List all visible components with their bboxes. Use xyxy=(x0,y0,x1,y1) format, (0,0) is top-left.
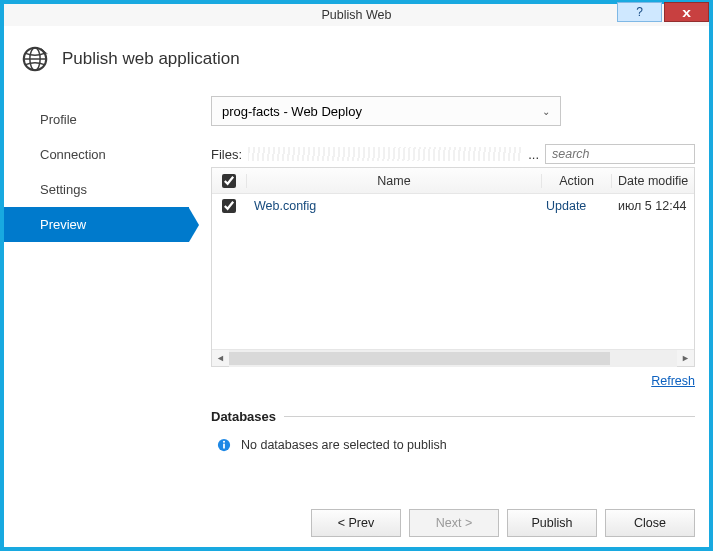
publish-profile-dropdown[interactable]: prog-facts - Web Deploy ⌄ xyxy=(211,96,561,126)
row-checkbox[interactable] xyxy=(222,199,236,213)
publish-profile-value: prog-facts - Web Deploy xyxy=(222,104,362,119)
scroll-track[interactable] xyxy=(229,350,677,367)
nav-item-connection[interactable]: Connection xyxy=(4,137,189,172)
scroll-left-icon[interactable]: ◄ xyxy=(212,350,229,367)
nav-item-profile[interactable]: Profile xyxy=(4,102,189,137)
column-header-name[interactable]: Name xyxy=(246,174,542,188)
svg-point-5 xyxy=(223,441,225,443)
close-window-button[interactable]: x xyxy=(664,2,709,22)
scroll-thumb[interactable] xyxy=(229,352,610,365)
column-header-action[interactable]: Action xyxy=(542,174,612,188)
info-icon xyxy=(217,438,231,452)
databases-section-header: Databases xyxy=(211,409,695,424)
horizontal-scrollbar[interactable]: ◄ ► xyxy=(212,349,694,366)
files-ellipsis: ... xyxy=(528,147,539,162)
chevron-down-icon: ⌄ xyxy=(542,106,550,117)
svg-rect-4 xyxy=(223,444,225,449)
window-title: Publish Web xyxy=(4,8,709,22)
page-title: Publish web application xyxy=(62,49,240,69)
files-label: Files: xyxy=(211,147,242,162)
close-button[interactable]: Close xyxy=(605,509,695,537)
files-path-redacted xyxy=(248,147,522,161)
prev-button[interactable]: < Prev xyxy=(311,509,401,537)
row-action: Update xyxy=(542,199,612,213)
databases-message: No databases are selected to publish xyxy=(241,438,447,452)
nav-item-settings[interactable]: Settings xyxy=(4,172,189,207)
search-input[interactable] xyxy=(545,144,695,164)
table-row[interactable]: Web.config Update июл 5 12:44 xyxy=(212,194,694,218)
refresh-link[interactable]: Refresh xyxy=(651,374,695,388)
dialog-footer: < Prev Next > Publish Close xyxy=(4,493,709,547)
nav-item-preview[interactable]: Preview xyxy=(4,207,189,242)
help-button[interactable]: ? xyxy=(617,2,662,22)
wizard-nav: Profile Connection Settings Preview xyxy=(4,96,189,493)
files-grid: Name Action Date modifie Web.config Upda… xyxy=(211,167,695,367)
column-header-date[interactable]: Date modifie xyxy=(612,174,694,188)
dialog-header: Publish web application xyxy=(4,26,709,96)
scroll-right-icon[interactable]: ► xyxy=(677,350,694,367)
databases-title: Databases xyxy=(211,409,276,424)
row-name: Web.config xyxy=(246,199,542,213)
publish-web-dialog: Publish Web ? x Publish web application … xyxy=(4,4,709,547)
publish-button[interactable]: Publish xyxy=(507,509,597,537)
titlebar: Publish Web ? x xyxy=(4,4,709,26)
row-date: июл 5 12:44 xyxy=(612,199,694,213)
next-button: Next > xyxy=(409,509,499,537)
grid-header: Name Action Date modifie xyxy=(212,168,694,194)
globe-icon xyxy=(20,44,50,74)
select-all-checkbox[interactable] xyxy=(222,174,236,188)
